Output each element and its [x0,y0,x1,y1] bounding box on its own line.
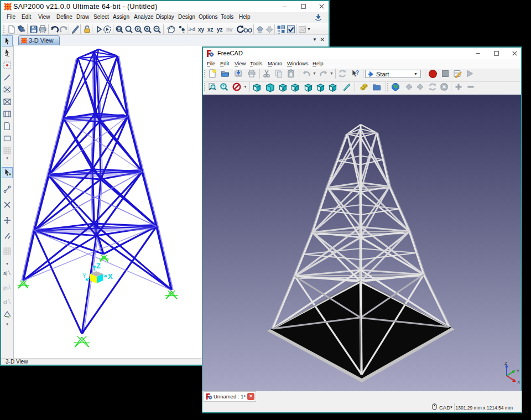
svg-text:cl: cl [3,299,7,305]
svg-text:X: X [108,272,113,281]
svg-text:Y: Y [517,369,520,374]
svg-text:Z: Z [504,361,507,366]
svg-text:?: ? [356,70,359,76]
svg-text:ps: ps [3,285,9,291]
svg-text:X: X [517,380,520,385]
svg-text:Y: Y [82,273,86,279]
svg-text:Z: Z [96,262,101,270]
svg-text:a|: a| [3,271,7,276]
